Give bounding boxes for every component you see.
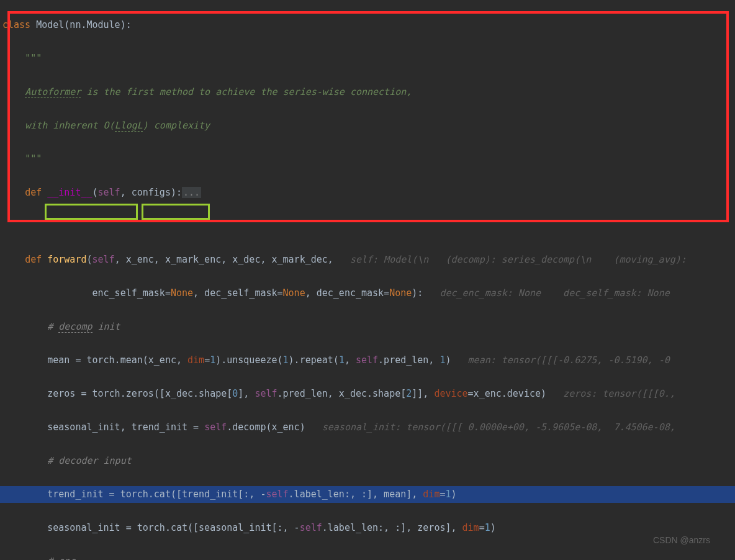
code-editor[interactable]: class Model(nn.Module): """ Autoformer i…: [0, 0, 735, 560]
code-line: with inherent O(LlogL) complexity: [0, 117, 735, 134]
code-line: seasonal_init = torch.cat([seasonal_init…: [0, 520, 735, 536]
watermark-csdn: CSDN @anzrs: [653, 532, 710, 549]
code-line: def __init__(self, configs):...: [0, 184, 735, 201]
code-fold-icon[interactable]: ...: [182, 187, 201, 198]
code-line: Autoformer is the first method to achiev…: [0, 84, 735, 101]
code-line: mean = torch.mean(x_enc, dim=1).unsqueez…: [0, 352, 735, 369]
code-line: seasonal_init, trend_init = self.decomp(…: [0, 419, 735, 436]
code-line: [0, 218, 735, 235]
code-line: # decoder input: [0, 453, 735, 469]
code-line: enc_self_mask=None, dec_self_mask=None, …: [0, 285, 735, 302]
code-line: # decomp init: [0, 318, 735, 335]
code-line: """: [0, 151, 735, 168]
code-line-highlighted: trend_init = torch.cat([trend_init[:, -s…: [0, 486, 735, 503]
code-line: # enc: [0, 553, 735, 560]
code-line: """: [0, 50, 735, 67]
code-line: class Model(nn.Module):: [0, 17, 735, 34]
code-line: zeros = torch.zeros([x_dec.shape[0], sel…: [0, 386, 735, 402]
code-line: def forward(self, x_enc, x_mark_enc, x_d…: [0, 251, 735, 268]
